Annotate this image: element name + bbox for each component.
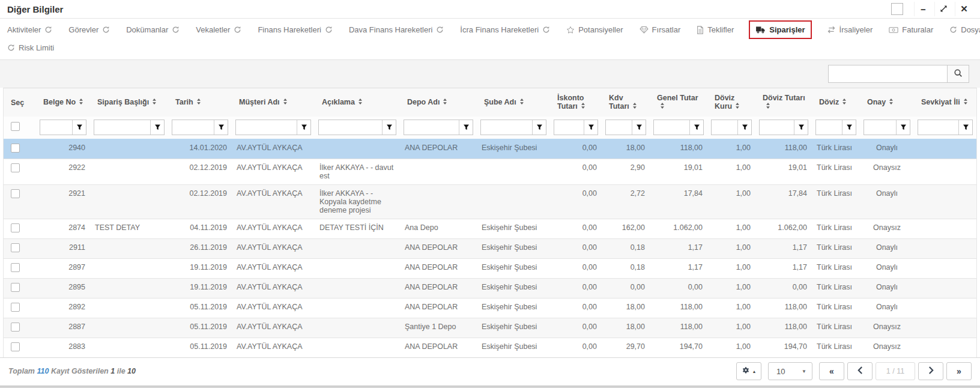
- filter-funnel-button-genel_tutar[interactable]: [689, 120, 703, 135]
- filter-input-tarih[interactable]: [172, 120, 214, 135]
- filter-funnel-button-musteri_adi[interactable]: [297, 120, 310, 135]
- row-checkbox[interactable]: [11, 163, 20, 172]
- filter-input-doviz_kuru[interactable]: [712, 120, 737, 135]
- filter-funnel-button-doviz_kuru[interactable]: [737, 120, 751, 135]
- page-size-select[interactable]: 10 ▼: [768, 362, 812, 380]
- filter-funnel-button-doviz_tutari[interactable]: [794, 120, 808, 135]
- column-header-sube_adi[interactable]: Şube Adı: [477, 88, 550, 117]
- table-row[interactable]: 292202.12.2019AV.AYTÜL AYKAÇAİlker AKKAY…: [4, 159, 976, 185]
- select-all-checkbox[interactable]: [11, 122, 20, 131]
- sort-icon[interactable]: [632, 103, 637, 111]
- sort-icon[interactable]: [842, 99, 847, 107]
- column-header-doviz_tutari[interactable]: Döviz Tutarı: [755, 88, 812, 117]
- sort-icon[interactable]: [735, 103, 740, 111]
- tab-icra-finans-hareketleri[interactable]: İcra Finans Hareketleri: [460, 25, 550, 34]
- next-page-button[interactable]: [918, 362, 943, 380]
- row-checkbox[interactable]: [11, 303, 20, 312]
- tab-dosyalar[interactable]: Dosyalar: [949, 25, 980, 34]
- column-header-aciklama[interactable]: Açıklama: [315, 88, 400, 117]
- column-header-musteri_adi[interactable]: Müşteri Adı: [232, 88, 315, 117]
- sort-icon[interactable]: [963, 99, 968, 107]
- sort-icon[interactable]: [358, 99, 363, 107]
- filter-input-sevkiyat_ili[interactable]: [918, 120, 958, 135]
- filter-funnel-button-depo_adi[interactable]: [459, 120, 473, 135]
- table-row[interactable]: 2874TEST DETAY04.11.2019AV.AYTÜL AYKAÇAD…: [4, 219, 976, 239]
- tab-gorevler[interactable]: Görevler: [68, 25, 110, 34]
- tab-vekaletler[interactable]: Vekaletler: [196, 25, 241, 34]
- row-checkbox[interactable]: [11, 342, 20, 351]
- filter-funnel-button-belge_no[interactable]: [72, 120, 86, 135]
- window-restore-box[interactable]: [891, 3, 903, 15]
- filter-input-musteri_adi[interactable]: [236, 120, 297, 135]
- sort-icon[interactable]: [519, 99, 524, 107]
- last-page-button[interactable]: »: [946, 362, 972, 380]
- table-row[interactable]: 289519.11.2019AV.AYTÜL AYKAÇAANA DEPOLAR…: [4, 279, 976, 299]
- sort-icon[interactable]: [79, 99, 83, 107]
- filter-input-depo_adi[interactable]: [404, 120, 459, 135]
- tab-dokumanlar[interactable]: Dokümanlar: [126, 25, 180, 34]
- tab-firsatlar[interactable]: Fırsatlar: [640, 25, 681, 34]
- sort-icon[interactable]: [766, 103, 770, 111]
- filter-funnel-button-iskonto_tutari[interactable]: [584, 120, 597, 135]
- column-header-doviz[interactable]: Döviz: [812, 88, 860, 117]
- filter-input-doviz[interactable]: [816, 120, 842, 135]
- column-header-belge_no[interactable]: Belge No: [36, 88, 90, 117]
- row-checkbox[interactable]: [11, 283, 20, 292]
- minimize-button[interactable]: −: [914, 2, 932, 16]
- tab-dava-finans-hareketleri[interactable]: Dava Finans Hareketleri: [349, 25, 444, 34]
- sort-icon[interactable]: [196, 99, 201, 107]
- filter-input-aciklama[interactable]: [319, 120, 382, 135]
- filter-input-siparis_basligi[interactable]: [94, 120, 150, 135]
- table-row[interactable]: 291126.11.2019AV.AYTÜL AYKAÇAANA DEPOLAR…: [4, 239, 976, 259]
- search-input[interactable]: [828, 65, 947, 83]
- sort-icon[interactable]: [889, 99, 894, 107]
- column-header-tarih[interactable]: Tarih: [168, 88, 232, 117]
- column-header-genel_tutar[interactable]: Genel Tutar: [650, 88, 707, 117]
- sort-icon[interactable]: [581, 103, 585, 111]
- filter-input-genel_tutar[interactable]: [654, 120, 689, 135]
- table-row[interactable]: 292102.12.2019AV.AYTÜL AYKAÇAİlker AKKAY…: [4, 185, 976, 219]
- filter-input-belge_no[interactable]: [40, 120, 72, 135]
- filter-input-sube_adi[interactable]: [481, 120, 532, 135]
- column-header-sevkiyat_ili[interactable]: Sevkiyat İli: [914, 88, 976, 117]
- sort-icon[interactable]: [152, 99, 157, 107]
- tab-teklifler[interactable]: Teklifler: [697, 25, 734, 34]
- filter-funnel-button-onay[interactable]: [896, 120, 910, 135]
- grid-settings-button[interactable]: ▲: [736, 362, 761, 380]
- tab-faturalar[interactable]: Faturalar: [889, 25, 933, 34]
- sort-icon[interactable]: [660, 103, 665, 111]
- close-button[interactable]: ✕: [955, 2, 973, 16]
- sort-icon[interactable]: [283, 99, 288, 107]
- table-row[interactable]: 289205.11.2019AV.AYTÜL AYKAÇAANA DEPOLAR…: [4, 299, 976, 318]
- filter-input-iskonto_tutari[interactable]: [554, 120, 584, 135]
- row-checkbox[interactable]: [11, 263, 20, 272]
- table-row[interactable]: 289719.11.2019AV.AYTÜL AYKAÇAANA DEPOLAR…: [4, 259, 976, 279]
- column-header-siparis_basligi[interactable]: Sipariş Başlığı: [90, 88, 168, 117]
- row-checkbox[interactable]: [11, 144, 20, 153]
- filter-input-onay[interactable]: [864, 120, 896, 135]
- maximize-button[interactable]: [934, 2, 952, 16]
- filter-funnel-button-doviz[interactable]: [842, 120, 856, 135]
- tab-aktiviteler[interactable]: Aktiviteler: [7, 25, 52, 34]
- column-header-depo_adi[interactable]: Depo Adı: [400, 88, 477, 117]
- filter-funnel-button-kdv_tutari[interactable]: [632, 120, 646, 135]
- tab-finans-hareketleri[interactable]: Finans Hareketleri: [258, 25, 333, 34]
- table-row[interactable]: 288305.11.2019AV.AYTÜL AYKAÇAANA DEPOLAR…: [4, 338, 976, 358]
- sort-icon[interactable]: [443, 99, 447, 107]
- column-header-iskonto_tutari[interactable]: İskonto Tutarı: [550, 88, 602, 117]
- filter-funnel-button-siparis_basligi[interactable]: [150, 120, 164, 135]
- filter-funnel-button-sevkiyat_ili[interactable]: [958, 120, 972, 135]
- filter-input-kdv_tutari[interactable]: [606, 120, 632, 135]
- search-button[interactable]: [947, 65, 969, 83]
- row-checkbox[interactable]: [11, 243, 20, 252]
- filter-funnel-button-tarih[interactable]: [214, 120, 228, 135]
- tab-siparisler[interactable]: Siparişler: [749, 20, 811, 39]
- column-header-onay[interactable]: Onay: [860, 88, 914, 117]
- table-row[interactable]: 288705.11.2019AV.AYTÜL AYKAÇAŞantiye 1 D…: [4, 318, 976, 338]
- filter-funnel-button-sube_adi[interactable]: [532, 120, 546, 135]
- row-checkbox[interactable]: [11, 189, 20, 198]
- tab-risk-limiti[interactable]: Risk Limiti: [7, 43, 54, 52]
- filter-funnel-button-aciklama[interactable]: [382, 120, 396, 135]
- row-checkbox[interactable]: [11, 223, 20, 232]
- first-page-button[interactable]: «: [819, 362, 844, 380]
